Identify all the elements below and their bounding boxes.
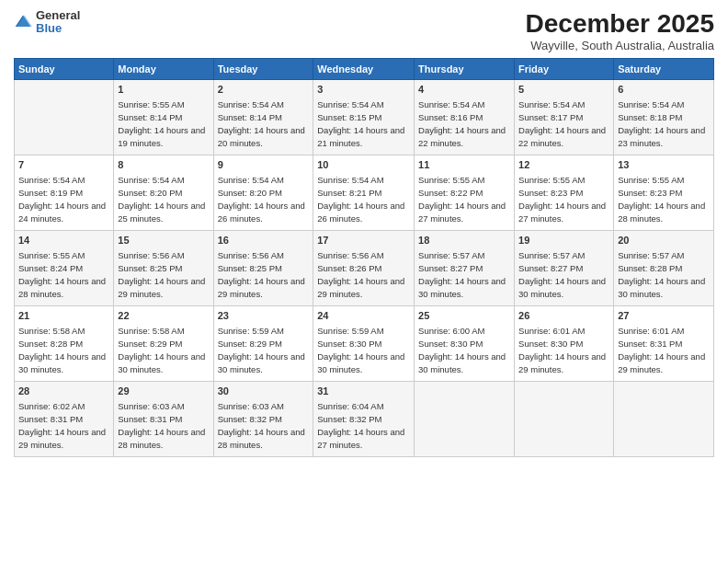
- day-number: 15: [118, 234, 209, 247]
- day-number: 10: [317, 158, 410, 172]
- day-info: Sunrise: 6:04 AMSunset: 8:32 PMDaylight:…: [317, 400, 410, 451]
- calendar-cell: 16Sunrise: 5:56 AMSunset: 8:25 PMDayligh…: [213, 231, 313, 306]
- day-number: 9: [218, 158, 310, 172]
- week-row-2: 7Sunrise: 5:54 AMSunset: 8:19 PMDaylight…: [15, 155, 714, 231]
- day-number: 6: [618, 83, 710, 97]
- title-block: December 2025 Wayville, South Australia,…: [526, 9, 714, 52]
- calendar-cell: 18Sunrise: 5:57 AMSunset: 8:27 PMDayligh…: [415, 231, 515, 306]
- weekday-header-saturday: Saturday: [614, 59, 714, 80]
- calendar-cell: 29Sunrise: 6:03 AMSunset: 8:31 PMDayligh…: [114, 382, 213, 457]
- logo: General Blue: [14, 9, 80, 36]
- calendar-cell: [614, 382, 714, 457]
- calendar-cell: 17Sunrise: 5:56 AMSunset: 8:26 PMDayligh…: [313, 231, 415, 306]
- calendar-cell: 9Sunrise: 5:54 AMSunset: 8:20 PMDaylight…: [213, 155, 313, 231]
- calendar-cell: 10Sunrise: 5:54 AMSunset: 8:21 PMDayligh…: [313, 155, 415, 231]
- day-info: Sunrise: 5:54 AMSunset: 8:14 PMDaylight:…: [218, 98, 310, 149]
- day-info: Sunrise: 5:56 AMSunset: 8:25 PMDaylight:…: [218, 249, 310, 300]
- weekday-header-sunday: Sunday: [15, 59, 114, 80]
- day-number: 1: [118, 83, 209, 97]
- weekday-header-thursday: Thursday: [415, 59, 515, 80]
- day-number: 2: [218, 83, 310, 97]
- day-number: 16: [218, 234, 310, 247]
- day-number: 14: [18, 234, 109, 247]
- day-number: 27: [618, 309, 710, 323]
- day-number: 7: [18, 158, 109, 172]
- header: General Blue December 2025 Wayville, Sou…: [14, 9, 714, 52]
- day-number: 24: [317, 309, 410, 323]
- weekday-header-monday: Monday: [114, 59, 213, 80]
- logo-general: General: [36, 9, 80, 22]
- day-info: Sunrise: 5:58 AMSunset: 8:29 PMDaylight:…: [118, 325, 209, 375]
- weekday-row: SundayMondayTuesdayWednesdayThursdayFrid…: [15, 59, 714, 80]
- calendar-cell: 11Sunrise: 5:55 AMSunset: 8:22 PMDayligh…: [415, 155, 515, 231]
- calendar-table: SundayMondayTuesdayWednesdayThursdayFrid…: [14, 58, 714, 457]
- day-info: Sunrise: 5:54 AMSunset: 8:20 PMDaylight:…: [118, 174, 209, 224]
- week-row-4: 21Sunrise: 5:58 AMSunset: 8:28 PMDayligh…: [15, 306, 714, 382]
- day-number: 13: [618, 158, 710, 172]
- day-info: Sunrise: 5:56 AMSunset: 8:26 PMDaylight:…: [317, 249, 410, 300]
- calendar-cell: 30Sunrise: 6:03 AMSunset: 8:32 PMDayligh…: [213, 382, 313, 457]
- calendar-cell: 3Sunrise: 5:54 AMSunset: 8:15 PMDaylight…: [313, 80, 415, 155]
- calendar-page: General Blue December 2025 Wayville, Sou…: [0, 0, 728, 563]
- calendar-cell: [515, 382, 614, 457]
- logo-icon: [14, 13, 32, 31]
- day-number: 25: [418, 309, 510, 323]
- calendar-cell: 15Sunrise: 5:56 AMSunset: 8:25 PMDayligh…: [114, 231, 213, 306]
- day-number: 3: [317, 83, 410, 97]
- calendar-cell: 12Sunrise: 5:55 AMSunset: 8:23 PMDayligh…: [515, 155, 614, 231]
- calendar-cell: 22Sunrise: 5:58 AMSunset: 8:29 PMDayligh…: [114, 306, 213, 382]
- day-number: 20: [618, 234, 710, 247]
- day-info: Sunrise: 5:54 AMSunset: 8:20 PMDaylight:…: [218, 174, 310, 224]
- day-info: Sunrise: 5:54 AMSunset: 8:17 PMDaylight:…: [518, 98, 609, 149]
- day-number: 19: [518, 234, 609, 247]
- day-number: 31: [317, 385, 410, 398]
- week-row-5: 28Sunrise: 6:02 AMSunset: 8:31 PMDayligh…: [15, 382, 714, 457]
- calendar-cell: 8Sunrise: 5:54 AMSunset: 8:20 PMDaylight…: [114, 155, 213, 231]
- day-info: Sunrise: 5:57 AMSunset: 8:27 PMDaylight:…: [518, 249, 609, 300]
- calendar-cell: 25Sunrise: 6:00 AMSunset: 8:30 PMDayligh…: [415, 306, 515, 382]
- day-info: Sunrise: 5:59 AMSunset: 8:30 PMDaylight:…: [317, 325, 410, 375]
- day-info: Sunrise: 5:57 AMSunset: 8:28 PMDaylight:…: [618, 249, 710, 300]
- calendar-cell: [15, 80, 114, 155]
- main-title: December 2025: [526, 9, 714, 39]
- calendar-body: 1Sunrise: 5:55 AMSunset: 8:14 PMDaylight…: [15, 80, 714, 457]
- calendar-cell: [415, 382, 515, 457]
- day-number: 4: [418, 83, 510, 97]
- day-info: Sunrise: 5:55 AMSunset: 8:14 PMDaylight:…: [118, 98, 209, 149]
- day-number: 28: [18, 385, 109, 398]
- day-info: Sunrise: 6:01 AMSunset: 8:30 PMDaylight:…: [518, 325, 609, 375]
- day-number: 12: [518, 158, 609, 172]
- week-row-1: 1Sunrise: 5:55 AMSunset: 8:14 PMDaylight…: [15, 80, 714, 155]
- calendar-cell: 2Sunrise: 5:54 AMSunset: 8:14 PMDaylight…: [213, 80, 313, 155]
- calendar-cell: 13Sunrise: 5:55 AMSunset: 8:23 PMDayligh…: [614, 155, 714, 231]
- day-info: Sunrise: 6:00 AMSunset: 8:30 PMDaylight:…: [418, 325, 510, 375]
- calendar-cell: 31Sunrise: 6:04 AMSunset: 8:32 PMDayligh…: [313, 382, 415, 457]
- day-info: Sunrise: 5:54 AMSunset: 8:19 PMDaylight:…: [18, 174, 109, 224]
- calendar-cell: 14Sunrise: 5:55 AMSunset: 8:24 PMDayligh…: [15, 231, 114, 306]
- logo-blue: Blue: [36, 22, 80, 35]
- weekday-header-tuesday: Tuesday: [213, 59, 313, 80]
- calendar-cell: 1Sunrise: 5:55 AMSunset: 8:14 PMDaylight…: [114, 80, 213, 155]
- calendar-cell: 7Sunrise: 5:54 AMSunset: 8:19 PMDaylight…: [15, 155, 114, 231]
- calendar-cell: 23Sunrise: 5:59 AMSunset: 8:29 PMDayligh…: [213, 306, 313, 382]
- calendar-cell: 19Sunrise: 5:57 AMSunset: 8:27 PMDayligh…: [515, 231, 614, 306]
- calendar-cell: 27Sunrise: 6:01 AMSunset: 8:31 PMDayligh…: [614, 306, 714, 382]
- day-number: 5: [518, 83, 609, 97]
- calendar-cell: 28Sunrise: 6:02 AMSunset: 8:31 PMDayligh…: [15, 382, 114, 457]
- day-number: 17: [317, 234, 410, 247]
- day-number: 26: [518, 309, 609, 323]
- calendar-header: SundayMondayTuesdayWednesdayThursdayFrid…: [15, 59, 714, 80]
- day-info: Sunrise: 6:02 AMSunset: 8:31 PMDaylight:…: [18, 400, 109, 451]
- day-info: Sunrise: 5:54 AMSunset: 8:21 PMDaylight:…: [317, 174, 410, 224]
- day-info: Sunrise: 6:03 AMSunset: 8:32 PMDaylight:…: [218, 400, 310, 451]
- calendar-cell: 6Sunrise: 5:54 AMSunset: 8:18 PMDaylight…: [614, 80, 714, 155]
- calendar-cell: 20Sunrise: 5:57 AMSunset: 8:28 PMDayligh…: [614, 231, 714, 306]
- day-number: 29: [118, 385, 209, 398]
- day-info: Sunrise: 5:57 AMSunset: 8:27 PMDaylight:…: [418, 249, 510, 300]
- day-info: Sunrise: 5:54 AMSunset: 8:16 PMDaylight:…: [418, 98, 510, 149]
- calendar-cell: 24Sunrise: 5:59 AMSunset: 8:30 PMDayligh…: [313, 306, 415, 382]
- day-info: Sunrise: 5:54 AMSunset: 8:15 PMDaylight:…: [317, 98, 410, 149]
- weekday-header-wednesday: Wednesday: [313, 59, 415, 80]
- day-number: 11: [418, 158, 510, 172]
- day-number: 21: [18, 309, 109, 323]
